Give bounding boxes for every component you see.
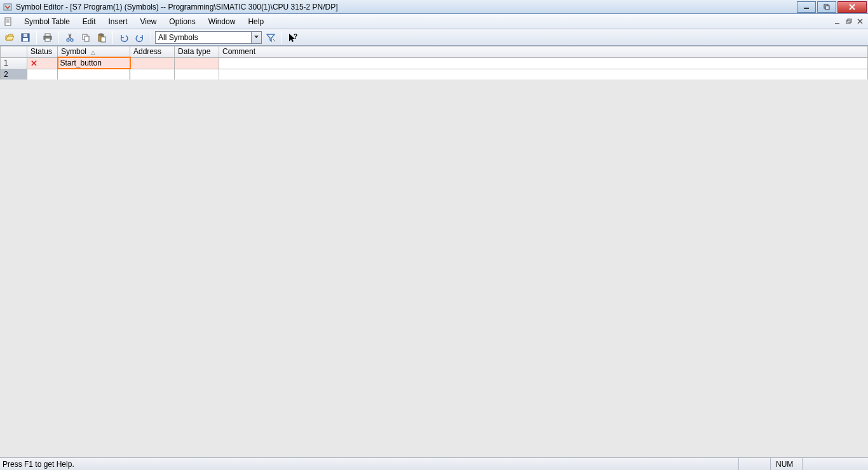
svg-rect-21: [85, 36, 89, 41]
cell-status[interactable]: [27, 69, 58, 79]
sort-asc-icon: △: [91, 49, 95, 55]
filter-dropdown[interactable]: All Symbols: [155, 31, 262, 44]
menu-symbol-table[interactable]: Symbol Table: [18, 15, 76, 28]
print-button[interactable]: [41, 31, 55, 45]
app-icon: [3, 2, 13, 12]
chevron-down-icon[interactable]: [251, 32, 261, 43]
menu-bar: Symbol Table Edit Insert View Options Wi…: [0, 14, 868, 29]
cell-status[interactable]: ✕: [27, 57, 58, 69]
header-datatype[interactable]: Data type: [175, 46, 219, 58]
mdi-restore-button[interactable]: [844, 17, 854, 26]
svg-rect-17: [45, 38, 50, 41]
status-bar: Press F1 to get Help. NUM: [0, 457, 868, 470]
cell-datatype[interactable]: [175, 57, 219, 69]
svg-point-1: [7, 7, 9, 9]
header-status[interactable]: Status: [27, 46, 58, 58]
cell-comment[interactable]: [219, 69, 868, 79]
toolbar-separator: [281, 31, 282, 44]
status-panel-blank: [738, 458, 770, 470]
status-numlock: NUM: [770, 458, 802, 470]
header-comment[interactable]: Comment: [219, 46, 868, 58]
filter-dropdown-value: All Symbols: [156, 33, 251, 42]
menu-window[interactable]: Window: [202, 15, 242, 28]
svg-rect-5: [5, 18, 11, 25]
menu-help[interactable]: Help: [241, 15, 270, 28]
toolbar-separator: [58, 31, 59, 44]
maximize-button[interactable]: [817, 1, 836, 13]
header-symbol-label: Symbol: [61, 47, 86, 56]
svg-line-25: [273, 39, 275, 41]
svg-point-18: [67, 39, 69, 41]
svg-point-19: [71, 39, 73, 41]
mdi-minimize-button[interactable]: [832, 17, 843, 26]
toolbar-separator: [36, 31, 37, 44]
svg-rect-23: [100, 34, 102, 36]
cell-comment[interactable]: [219, 57, 868, 69]
cell-address[interactable]: [130, 57, 175, 69]
menu-insert[interactable]: Insert: [102, 15, 134, 28]
undo-button[interactable]: [117, 31, 131, 45]
toolbar-separator: [151, 31, 151, 44]
redo-button[interactable]: [133, 31, 147, 45]
mdi-close-button[interactable]: [855, 17, 865, 26]
row-number[interactable]: 1: [1, 57, 27, 69]
svg-rect-24: [101, 37, 105, 42]
status-panel-blank2: [802, 458, 865, 470]
toolbar: All Symbols ?: [0, 29, 868, 46]
symbol-input[interactable]: [60, 59, 128, 67]
svg-rect-15: [45, 34, 50, 36]
window-title: Symbol Editor - [S7 Program(1) (Symbols)…: [16, 3, 338, 11]
grid-background: [0, 79, 868, 457]
svg-text:?: ?: [294, 33, 297, 40]
status-help-text: Press F1 to get Help.: [3, 460, 738, 469]
table-row[interactable]: 2: [1, 69, 868, 79]
svg-rect-14: [23, 38, 28, 41]
error-icon: ✕: [31, 59, 37, 68]
close-button[interactable]: [837, 1, 867, 13]
row-number[interactable]: 2: [1, 69, 27, 79]
grid-region: Status Symbol △ Address Data type Commen…: [0, 46, 868, 457]
cell-datatype[interactable]: [175, 69, 219, 79]
minimize-button[interactable]: [797, 1, 816, 13]
cut-button[interactable]: [63, 31, 77, 45]
svg-rect-4: [825, 6, 829, 10]
header-symbol[interactable]: Symbol △: [58, 46, 130, 58]
cell-symbol[interactable]: [58, 57, 130, 69]
title-bar: Symbol Editor - [S7 Program(1) (Symbols)…: [0, 0, 868, 14]
menu-edit[interactable]: Edit: [76, 15, 102, 28]
header-address[interactable]: Address: [130, 46, 175, 58]
document-icon: [3, 16, 14, 27]
filter-settings-button[interactable]: [264, 31, 278, 45]
header-rownum[interactable]: [1, 46, 27, 58]
menu-options[interactable]: Options: [163, 15, 201, 28]
save-button[interactable]: [18, 31, 32, 45]
menu-view[interactable]: View: [134, 15, 163, 28]
symbol-table[interactable]: Status Symbol △ Address Data type Commen…: [0, 46, 868, 80]
cell-symbol[interactable]: [58, 69, 130, 79]
cell-address[interactable]: [130, 69, 175, 79]
svg-rect-13: [24, 34, 27, 37]
table-row[interactable]: 1 ✕: [1, 57, 868, 69]
toolbar-separator: [112, 31, 113, 44]
context-help-button[interactable]: ?: [286, 31, 300, 45]
copy-button[interactable]: [79, 31, 93, 45]
paste-button[interactable]: [95, 31, 109, 45]
open-button[interactable]: [3, 31, 17, 45]
